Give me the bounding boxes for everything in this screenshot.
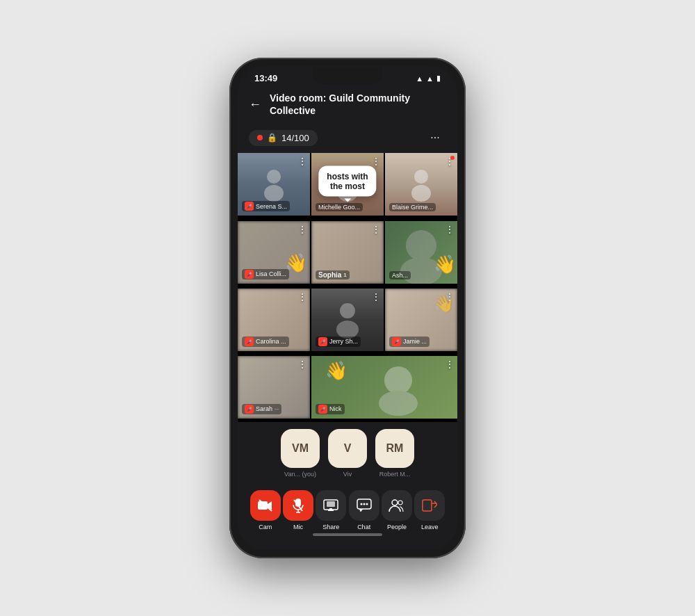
mute-icon-sarah: 🎤: [245, 405, 254, 414]
leave-btn-bg: [414, 490, 445, 521]
mic-btn-bg: [283, 490, 313, 521]
video-cell-jerry[interactable]: ⋮ 🎤 Jerry Sh...: [311, 289, 384, 351]
people-label: People: [387, 524, 407, 530]
audience-name-v: Viv: [343, 471, 352, 478]
cell-menu-nick[interactable]: ⋮: [445, 359, 455, 370]
audience-item-rm[interactable]: RM Robert M...: [375, 429, 414, 478]
mic-icon: [292, 498, 304, 513]
room-info-bar: 🔒 14/100 ···: [238, 122, 457, 153]
notch: [313, 67, 382, 84]
live-indicator: [257, 135, 263, 140]
cam-button[interactable]: Cam: [250, 490, 281, 530]
cam-btn-bg: [250, 490, 281, 521]
cell-menu-michelle[interactable]: ⋮: [371, 156, 381, 167]
cell-name-ash: Ash...: [389, 271, 411, 279]
cell-menu-jerry[interactable]: ⋮: [371, 291, 381, 302]
cell-menu-carolina[interactable]: ⋮: [297, 291, 307, 302]
audience-avatar-vm: VM: [281, 429, 320, 468]
cell-menu-sarah[interactable]: ⋮: [297, 359, 307, 370]
share-label: Share: [322, 524, 339, 530]
share-icon: [323, 499, 338, 512]
cell-name-blaise: Blaise Grime...: [389, 203, 436, 211]
svg-point-5: [411, 185, 431, 202]
cell-name-sophia: Sophia 1: [316, 270, 350, 279]
share-btn-bg: [316, 490, 346, 521]
svg-point-23: [360, 503, 362, 505]
video-cell-michelle[interactable]: hosts withthe most ⋮ Michelle Goo...: [311, 153, 384, 216]
count-text: 14/100: [281, 133, 309, 143]
video-grid: ⋮ 🎤 Serena S... hosts withthe most ⋮ Mic…: [238, 153, 457, 422]
phone-frame: 13:49 ▲ ▲ ▮ ← Video room: Guild Communit…: [229, 58, 466, 558]
cell-menu-sophia[interactable]: ⋮: [371, 224, 381, 235]
cam-icon: [258, 499, 273, 512]
cell-name-jerry: 🎤 Jerry Sh...: [316, 337, 361, 347]
svg-point-8: [340, 303, 355, 318]
video-cell-sophia[interactable]: ⋮ Sophia 1: [311, 221, 384, 284]
cell-name-carolina: 🎤 Carolina ...: [242, 337, 289, 347]
audience-item-vm[interactable]: VM Van... (you): [281, 429, 320, 478]
cell-menu-lisa[interactable]: ⋮: [297, 224, 307, 235]
svg-point-24: [363, 503, 365, 505]
cell-menu-jamie[interactable]: ⋮: [445, 291, 455, 302]
svg-point-7: [400, 257, 442, 284]
mute-icon-carolina: 🎤: [245, 337, 254, 346]
mute-icon-nick: 🎤: [318, 405, 327, 414]
mic-label: Mic: [293, 524, 303, 530]
ellipsis-icon: ···: [430, 131, 439, 144]
cell-name-sarah: 🎤 Sarah ···: [242, 404, 281, 414]
battery-icon: ▮: [436, 74, 441, 83]
cell-name-michelle: Michelle Goo...: [316, 203, 363, 211]
video-cell-serena[interactable]: ⋮ 🎤 Serena S...: [238, 153, 310, 216]
mute-icon-jamie: 🎤: [392, 337, 401, 346]
leave-icon: [422, 499, 437, 512]
hosts-tooltip: hosts withthe most: [318, 166, 376, 197]
chat-btn-bg: [349, 490, 379, 521]
cam-label: Cam: [259, 524, 272, 530]
chat-label: Chat: [357, 524, 370, 530]
lock-icon: 🔒: [267, 133, 277, 143]
back-button[interactable]: ←: [249, 97, 261, 112]
svg-point-6: [406, 230, 436, 261]
svg-point-1: [264, 185, 284, 202]
people-icon: [389, 499, 405, 512]
mute-icon-jerry: 🎤: [318, 337, 327, 346]
room-title: Video room: Guild Community Collective: [270, 92, 446, 117]
svg-point-26: [392, 500, 398, 505]
leave-label: Leave: [421, 524, 439, 530]
cell-name-nick: 🎤 Nick: [316, 404, 345, 414]
svg-point-4: [414, 170, 428, 184]
room-header: ← Video room: Guild Community Collective: [238, 86, 457, 122]
video-cell-carolina[interactable]: ⋮ 🎤 Carolina ...: [238, 289, 310, 351]
controls-row: Cam Mic: [249, 490, 446, 530]
cell-menu-ash[interactable]: ⋮: [445, 224, 455, 235]
share-button[interactable]: Share: [316, 490, 346, 530]
control-bar: Cam Mic: [238, 485, 457, 550]
cell-menu-serena[interactable]: ⋮: [297, 156, 307, 167]
audience-item-v[interactable]: V Viv: [328, 429, 367, 478]
video-cell-ash[interactable]: 👋 ⋮ Ash...: [385, 221, 457, 284]
video-cell-jamie[interactable]: 👋 ⋮ 🎤 Jamie ...: [385, 289, 457, 351]
room-more-button[interactable]: ···: [424, 127, 446, 149]
signal-icon: ▲: [426, 74, 434, 83]
cell-name-lisa: 🎤 Lisa Colli...: [242, 269, 289, 279]
svg-rect-28: [423, 500, 432, 511]
people-button[interactable]: People: [382, 490, 412, 530]
participant-count: 🔒 14/100: [249, 130, 318, 146]
audience-name-vm: Van... (you): [284, 471, 316, 478]
audience-avatar-v: V: [328, 429, 367, 468]
chat-button[interactable]: Chat: [349, 490, 379, 530]
svg-point-27: [398, 501, 402, 505]
mic-button[interactable]: Mic: [283, 490, 313, 530]
video-cell-sarah[interactable]: ⋮ 🎤 Sarah ···: [238, 356, 310, 419]
video-cell-lisa[interactable]: 👋 ⋮ 🎤 Lisa Colli...: [238, 221, 310, 284]
video-cell-blaise[interactable]: ⋮ Blaise Grime...: [385, 153, 457, 216]
mute-icon-serena: 🎤: [245, 202, 254, 211]
audience-bar: VM Van... (you) V Viv RM Robert M...: [238, 422, 457, 485]
svg-rect-19: [328, 510, 334, 511]
svg-rect-21: [327, 501, 335, 507]
leave-button[interactable]: Leave: [414, 490, 445, 530]
wifi-icon: ▲: [416, 74, 423, 83]
home-indicator: [313, 533, 382, 536]
cell-menu-blaise[interactable]: ⋮: [445, 156, 455, 167]
video-cell-nick[interactable]: 👋 ⋮ 🎤 Nick: [311, 356, 457, 419]
